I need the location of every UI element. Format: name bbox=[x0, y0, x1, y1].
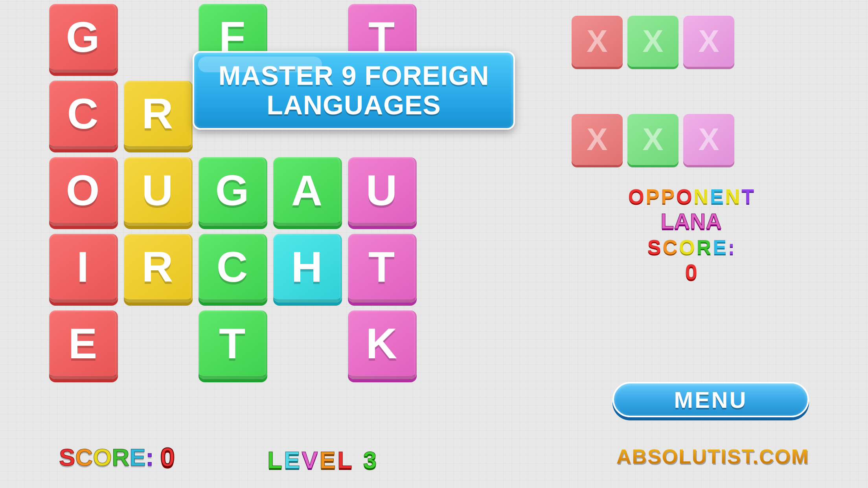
bottom-score: S C O R E : 0 bbox=[59, 442, 175, 472]
opponent-score-label: S C O R E : bbox=[589, 235, 793, 259]
x-tiles-row1: X X X bbox=[572, 16, 734, 67]
tile-T3[interactable]: T bbox=[348, 234, 417, 303]
tile-R1[interactable]: R bbox=[124, 81, 193, 149]
tile-O1[interactable]: O bbox=[49, 157, 118, 226]
x-tile-green2[interactable]: X bbox=[627, 114, 679, 165]
banner: MASTER 9 FOREIGN LANGUAGES bbox=[193, 51, 515, 130]
tile-G2[interactable]: G bbox=[199, 157, 267, 226]
banner-text: MASTER 9 FOREIGN LANGUAGES bbox=[219, 61, 489, 120]
tile-E1[interactable]: E bbox=[49, 310, 118, 379]
x-tile-pink2[interactable]: X bbox=[683, 114, 734, 165]
opponent-label: O P P O N E N T bbox=[589, 185, 793, 208]
tile-A1[interactable]: A bbox=[273, 157, 342, 226]
branding-text: ABSOLUTIST.COM bbox=[616, 445, 809, 468]
tile-C1[interactable]: C bbox=[49, 81, 118, 149]
x-tile-red2[interactable]: X bbox=[572, 114, 623, 165]
tile-G1[interactable]: G bbox=[49, 4, 118, 73]
tile-C2[interactable]: C bbox=[199, 234, 267, 303]
level-display: L E V E L 3 bbox=[267, 446, 377, 474]
x-tiles-row2: X X X bbox=[572, 114, 734, 165]
menu-button[interactable]: MENU bbox=[612, 382, 809, 417]
tile-U2[interactable]: U bbox=[348, 157, 417, 226]
score-label-group: S C O R E : bbox=[59, 443, 154, 471]
tile-T1[interactable]: T bbox=[199, 310, 267, 379]
tile-I1[interactable]: I bbox=[49, 234, 118, 303]
tile-K1[interactable]: K bbox=[348, 310, 417, 379]
tile-R2[interactable]: R bbox=[124, 234, 193, 303]
menu-button-text: MENU bbox=[674, 387, 748, 413]
tile-U1[interactable]: U bbox=[124, 157, 193, 226]
bottom-score-value: 0 bbox=[160, 442, 175, 472]
x-tile-green1[interactable]: X bbox=[627, 16, 679, 67]
opponent-name: LANA bbox=[589, 208, 793, 234]
tile-H1[interactable]: H bbox=[273, 234, 342, 303]
x-tile-red1[interactable]: X bbox=[572, 16, 623, 67]
x-tile-pink1[interactable]: X bbox=[683, 16, 734, 67]
opponent-box: O P P O N E N T LANA S C O R E : 0 bbox=[589, 185, 793, 284]
opponent-score-value: 0 bbox=[589, 259, 793, 284]
